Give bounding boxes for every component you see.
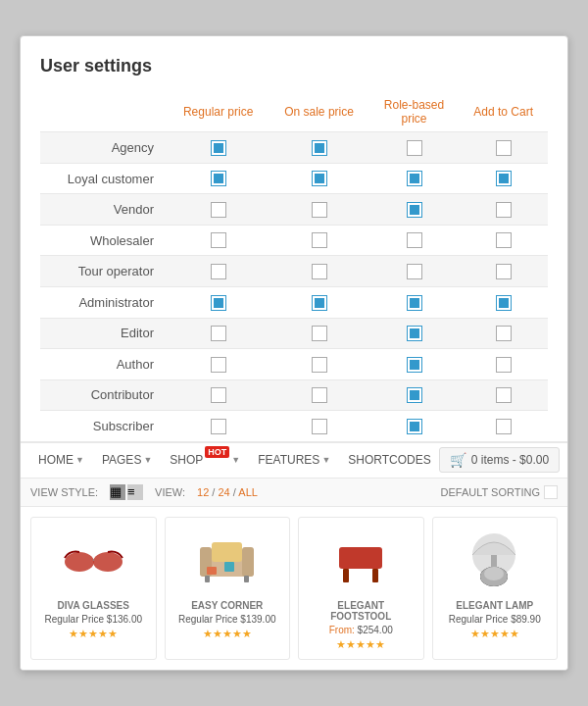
product-card-1[interactable]: EASY CORNER Regular Price $139.00 ★★★★★ <box>165 517 291 660</box>
checkbox-cell-rolebased[interactable] <box>369 379 459 411</box>
checkbox-cell-rolebased[interactable] <box>369 256 459 287</box>
checkbox-regular[interactable] <box>211 264 226 279</box>
checkbox-cell-rolebased[interactable] <box>369 194 459 226</box>
checkbox-cell-rolebased[interactable] <box>369 411 459 441</box>
checkbox-cell-addtocart[interactable] <box>459 163 548 194</box>
checkbox-regular[interactable] <box>211 140 226 156</box>
product-card-3[interactable]: ELEGANT LAMP Regular Price $89.90 ★★★★★ <box>432 517 559 660</box>
checkbox-addtocart[interactable] <box>496 295 512 311</box>
checkbox-cell-addtocart[interactable] <box>459 256 548 287</box>
checkbox-rolebased[interactable] <box>407 140 422 156</box>
checkbox-cell-regular[interactable] <box>168 287 269 319</box>
checkbox-cell-regular[interactable] <box>168 194 269 226</box>
nav-item-pages[interactable]: PAGES ▼ <box>94 449 160 471</box>
table-row: Author <box>40 349 548 380</box>
checkbox-rolebased[interactable] <box>407 264 422 279</box>
checkbox-addtocart[interactable] <box>496 326 512 341</box>
nav-item-features[interactable]: FEATURES ▼ <box>250 449 338 471</box>
checkbox-rolebased[interactable] <box>407 387 422 403</box>
checkbox-cell-onsale[interactable] <box>269 379 369 411</box>
checkbox-regular[interactable] <box>211 387 226 403</box>
checkbox-addtocart[interactable] <box>496 202 512 218</box>
checkbox-regular[interactable] <box>211 171 226 186</box>
checkbox-cell-onsale[interactable] <box>269 256 369 287</box>
view-option-all[interactable]: ALL <box>238 486 258 498</box>
product-card-2[interactable]: ELEGANT FOOTSTOOL From: $254.00 ★★★★★ <box>298 517 424 660</box>
checkbox-cell-onsale[interactable] <box>269 194 369 226</box>
checkbox-cell-addtocart[interactable] <box>459 379 548 411</box>
checkbox-onsale[interactable] <box>312 202 327 218</box>
checkbox-onsale[interactable] <box>312 357 327 373</box>
checkbox-cell-addtocart[interactable] <box>459 411 548 441</box>
checkbox-rolebased[interactable] <box>407 171 422 186</box>
checkbox-regular[interactable] <box>211 202 226 218</box>
checkbox-cell-regular[interactable] <box>168 349 269 380</box>
checkbox-cell-onsale[interactable] <box>269 132 369 164</box>
checkbox-rolebased[interactable] <box>407 326 422 341</box>
nav-item-home[interactable]: HOME ▼ <box>30 449 92 471</box>
checkbox-onsale[interactable] <box>312 140 327 156</box>
checkbox-onsale[interactable] <box>312 326 327 341</box>
checkbox-cell-onsale[interactable] <box>269 349 369 380</box>
grid-view-icon[interactable]: ▦ <box>110 484 125 500</box>
chevron-down-icon: ▼ <box>321 455 330 465</box>
checkbox-rolebased[interactable] <box>407 295 422 311</box>
checkbox-cell-onsale[interactable] <box>269 287 369 319</box>
product-card-0[interactable]: DIVA GLASSES Regular Price $136.00 ★★★★★ <box>30 517 157 660</box>
checkbox-cell-onsale[interactable] <box>269 318 369 349</box>
checkbox-onsale[interactable] <box>312 295 327 311</box>
checkbox-regular[interactable] <box>211 295 226 311</box>
checkbox-rolebased[interactable] <box>407 232 422 248</box>
checkbox-cell-addtocart[interactable] <box>459 225 548 256</box>
checkbox-cell-regular[interactable] <box>168 256 269 287</box>
checkbox-cell-addtocart[interactable] <box>459 318 548 349</box>
checkbox-addtocart[interactable] <box>496 387 512 403</box>
checkbox-regular[interactable] <box>211 232 226 248</box>
checkbox-rolebased[interactable] <box>407 202 422 218</box>
view-option-12[interactable]: 12 <box>197 486 209 498</box>
checkbox-addtocart[interactable] <box>496 140 512 156</box>
checkbox-addtocart[interactable] <box>496 264 512 279</box>
checkbox-cell-onsale[interactable] <box>269 163 369 194</box>
checkbox-addtocart[interactable] <box>496 357 512 373</box>
checkbox-cell-rolebased[interactable] <box>369 349 459 380</box>
checkbox-onsale[interactable] <box>312 387 327 403</box>
checkbox-onsale[interactable] <box>312 171 327 186</box>
nav-item-shop[interactable]: SHOP HOT ▼ <box>162 449 248 471</box>
checkbox-addtocart[interactable] <box>496 171 512 186</box>
checkbox-onsale[interactable] <box>312 232 327 248</box>
checkbox-cell-rolebased[interactable] <box>369 163 459 194</box>
checkbox-cell-addtocart[interactable] <box>459 287 548 319</box>
checkbox-cell-rolebased[interactable] <box>369 225 459 256</box>
checkbox-cell-rolebased[interactable] <box>369 132 459 164</box>
col-header-label <box>40 92 168 132</box>
checkbox-cell-regular[interactable] <box>168 318 269 349</box>
checkbox-cell-regular[interactable] <box>168 132 269 164</box>
checkbox-cell-addtocart[interactable] <box>459 349 548 380</box>
product-stars-1: ★★★★★ <box>203 628 252 640</box>
checkbox-regular[interactable] <box>211 326 226 341</box>
view-option-24[interactable]: 24 <box>218 486 229 498</box>
checkbox-regular[interactable] <box>211 357 226 373</box>
checkbox-cell-addtocart[interactable] <box>459 132 548 164</box>
checkbox-cell-addtocart[interactable] <box>459 194 548 226</box>
sort-dropdown[interactable] <box>544 485 558 499</box>
checkbox-onsale[interactable] <box>312 419 327 434</box>
checkbox-rolebased[interactable] <box>407 419 422 434</box>
checkbox-cell-regular[interactable] <box>168 163 269 194</box>
checkbox-onsale[interactable] <box>312 264 327 279</box>
checkbox-addtocart[interactable] <box>496 419 512 434</box>
cart-button[interactable]: 🛒 0 items - $0.00 <box>439 447 560 473</box>
checkbox-regular[interactable] <box>211 419 226 434</box>
checkbox-addtocart[interactable] <box>496 232 512 248</box>
checkbox-rolebased[interactable] <box>407 357 422 373</box>
checkbox-cell-regular[interactable] <box>168 379 269 411</box>
checkbox-cell-rolebased[interactable] <box>369 287 459 319</box>
checkbox-cell-onsale[interactable] <box>269 411 369 441</box>
checkbox-cell-regular[interactable] <box>168 225 269 256</box>
list-view-icon[interactable]: ≡ <box>127 484 143 500</box>
checkbox-cell-onsale[interactable] <box>269 225 369 256</box>
nav-item-shortcodes[interactable]: SHORTCODES <box>340 449 438 471</box>
checkbox-cell-regular[interactable] <box>168 411 269 441</box>
checkbox-cell-rolebased[interactable] <box>369 318 459 349</box>
